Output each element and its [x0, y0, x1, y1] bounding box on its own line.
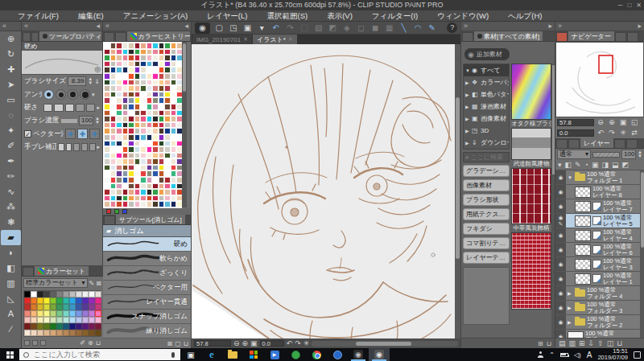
color-history-swatch[interactable] — [140, 97, 147, 104]
recent-color-chip[interactable] — [106, 209, 111, 214]
color-history-swatch[interactable] — [171, 122, 177, 129]
material-tree-item[interactable]: ▶◳3D — [464, 125, 509, 137]
ruler-tool[interactable]: ∕ — [1, 322, 21, 337]
color-history-swatch[interactable] — [128, 85, 134, 92]
color-history-swatch[interactable] — [159, 97, 165, 104]
pen-tool[interactable]: ✒ — [1, 154, 21, 169]
canvas-tab-1[interactable]: IMG_20190701✕ — [192, 35, 252, 44]
color-set-swatch[interactable] — [76, 297, 82, 304]
color-history-swatch[interactable] — [147, 67, 153, 73]
color-set-swatch[interactable] — [50, 317, 56, 323]
color-history-swatch[interactable] — [140, 55, 147, 61]
layer-visibility-gutter[interactable]: ◉ — [555, 315, 566, 329]
brush-size-spinner[interactable]: ▲▼ — [88, 77, 93, 85]
actual-size-button[interactable]: ◱ — [630, 118, 639, 127]
panel-tab-icon[interactable] — [104, 32, 114, 41]
color-history-swatch[interactable] — [164, 201, 171, 207]
color-set-swatch[interactable] — [31, 330, 37, 336]
opacity-spinner[interactable]: ▲▼ — [638, 150, 642, 158]
menu-item-2[interactable]: 編集(E) — [68, 10, 114, 22]
color-history-swatch[interactable] — [171, 134, 177, 141]
color-history-swatch[interactable] — [122, 67, 129, 73]
app-blue-taskbar-icon[interactable] — [327, 348, 348, 361]
color-history-swatch[interactable] — [159, 146, 165, 153]
color-history-swatch[interactable] — [171, 85, 177, 92]
color-history-swatch[interactable] — [140, 116, 147, 122]
material-tree-item[interactable]: ▶❖カラーパターン — [464, 76, 509, 88]
material-tag-button[interactable]: レイヤーテンプレート — [463, 252, 510, 264]
color-history-swatch[interactable] — [134, 92, 141, 98]
layer-visibility-gutter[interactable]: ◉ — [555, 330, 566, 338]
color-history-swatch[interactable] — [147, 61, 153, 68]
chevron-left-icon[interactable]: ◂ — [184, 22, 188, 31]
color-history-swatch[interactable] — [147, 170, 153, 177]
color-history-swatch[interactable] — [134, 116, 141, 122]
color-history-swatch[interactable] — [140, 165, 147, 171]
color-history-swatch[interactable] — [140, 80, 147, 86]
rotate-left-button[interactable]: ↶ — [287, 339, 293, 347]
recent-color-chip[interactable] — [122, 209, 127, 214]
canvas-rotation-slider[interactable]: 0.0 — [260, 340, 284, 347]
menu-item-4[interactable]: レイヤー(L) — [197, 10, 257, 22]
color-history-swatch[interactable] — [104, 141, 110, 147]
color-history-swatch[interactable] — [110, 170, 117, 177]
color-history-swatch[interactable] — [164, 73, 171, 80]
delete-color-icon[interactable]: ⊔ — [96, 339, 101, 347]
color-set-swatch[interactable] — [63, 297, 69, 304]
menu-item-3[interactable]: アニメーション(A) — [114, 10, 198, 22]
color-history-swatch[interactable] — [147, 73, 153, 80]
tab-color-set[interactable]: カラーセット — [35, 266, 89, 276]
color-history-swatch[interactable] — [134, 128, 141, 134]
replace-color-icon[interactable]: ✐ — [80, 339, 85, 347]
color-set-swatch[interactable] — [63, 310, 69, 317]
color-history-swatch[interactable] — [171, 55, 177, 61]
layer-row-body[interactable]: 100 %通常レイヤー 7 — [566, 199, 644, 213]
color-set-swatch[interactable] — [37, 317, 43, 323]
fill-tool[interactable]: ◧ — [1, 260, 21, 276]
expand-icon[interactable]: » — [464, 22, 468, 31]
sub-tool-item[interactable]: 軟らかめ — [103, 252, 191, 266]
color-history-swatch[interactable] — [147, 92, 153, 98]
menu-item-5[interactable]: 選択範囲(S) — [257, 10, 317, 22]
panel-tab-icon[interactable] — [615, 32, 626, 41]
eye-icon[interactable]: ◉ — [558, 215, 563, 221]
color-history-swatch[interactable] — [128, 92, 134, 98]
color-set-swatch[interactable] — [82, 297, 89, 304]
color-history-swatch[interactable] — [147, 183, 153, 190]
menu-item-6[interactable]: 表示(V) — [317, 10, 362, 22]
material-tag-button[interactable]: グラデーション — [463, 165, 510, 177]
canvas-zoom-slider[interactable]: 57.8 — [194, 340, 231, 347]
color-history-swatch[interactable] — [152, 153, 159, 159]
color-set-swatch[interactable] — [24, 297, 31, 304]
recent-color-chip[interactable] — [114, 209, 119, 214]
color-history-swatch[interactable] — [104, 73, 110, 80]
color-set-swatch[interactable] — [31, 323, 37, 330]
color-history-swatch[interactable] — [171, 201, 177, 207]
clear-selection-icon[interactable]: ◻ — [356, 23, 367, 34]
eye-icon[interactable]: ◉ — [558, 276, 563, 282]
layer-row[interactable]: ◉▶100 %通常フォルダー 2 — [555, 315, 644, 330]
color-history-swatch[interactable] — [171, 183, 177, 190]
color-history-swatch[interactable] — [140, 49, 147, 55]
color-history-swatch[interactable] — [104, 97, 110, 104]
eye-icon[interactable]: ◉ — [558, 305, 563, 311]
color-history-swatch[interactable] — [159, 73, 165, 80]
color-history-swatch[interactable] — [122, 183, 129, 190]
color-history-swatch[interactable] — [128, 104, 134, 110]
movies-taskbar-icon[interactable]: ▶ — [264, 348, 285, 361]
layer-row[interactable]: ◉▶100 %通常フォルダー 4 — [555, 286, 644, 301]
folder-expand-icon[interactable]: ▶ — [568, 305, 573, 310]
color-set-select[interactable]: 標準カラーセット ▾ — [23, 278, 88, 288]
close-button[interactable]: ✕ — [636, 0, 642, 10]
transfer-icon[interactable]: ⇧ — [597, 339, 604, 347]
color-history-swatch[interactable] — [122, 104, 129, 110]
color-history-swatch[interactable] — [140, 67, 147, 73]
color-history-swatch[interactable] — [104, 153, 110, 159]
color-history-swatch[interactable] — [152, 170, 159, 177]
color-history-swatch[interactable] — [147, 195, 153, 202]
color-history-swatch[interactable] — [122, 92, 129, 98]
material-tag-button[interactable]: コマ割りテンプレート — [463, 237, 510, 249]
color-history-swatch[interactable] — [140, 189, 147, 195]
color-set-swatch[interactable] — [69, 304, 76, 310]
color-set-swatch[interactable] — [37, 304, 43, 310]
